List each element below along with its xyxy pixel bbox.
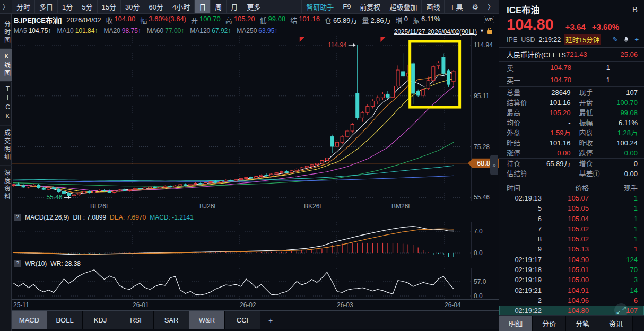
- ma-legend: MA5104.75↑MA10101.84↑MA2098.75↑MA6077.00…: [14, 27, 277, 34]
- symbol-label[interactable]: B.IPE[ICE布油]: [14, 15, 62, 25]
- quote-tab-明细[interactable]: 明细: [499, 316, 533, 331]
- svg-text:55.46: 55.46: [474, 194, 490, 201]
- toolbar-button-工具[interactable]: 工具: [444, 0, 467, 13]
- field-低: 低99.08: [260, 15, 286, 25]
- trade-row[interactable]: 02:19:19105.003: [499, 275, 644, 285]
- board-flag: B: [632, 5, 638, 14]
- timeframe-tab-月[interactable]: 月: [227, 0, 242, 13]
- toolbar-button-智研助手[interactable]: 智研助手: [301, 0, 338, 13]
- svg-text:0.0: 0.0: [474, 249, 483, 257]
- last-price: 104.80: [507, 16, 554, 33]
- indicator-tab-MACD[interactable]: MACD: [12, 311, 47, 329]
- candlestick-chart[interactable]: 114.9495.1175.2855.46114.9455.4668.82: [12, 36, 499, 201]
- toolbar-button-F9[interactable]: F9: [338, 0, 355, 13]
- quote-action-icons: ✎ +: [613, 36, 639, 43]
- trade-row[interactable]: 02:19:21104.9114: [499, 285, 644, 295]
- quote-statistics: 总量28649现手107结算价101.16开盘100.70最高105.20最低9…: [499, 87, 644, 180]
- contract-label-BK26E: BK26E: [304, 203, 324, 210]
- lock-icon[interactable]: [487, 30, 492, 34]
- panel-expander-button[interactable]: »: [490, 155, 498, 175]
- timeframe-tab-15分[interactable]: 15分: [98, 0, 121, 13]
- gear-icon[interactable]: ⚙: [467, 0, 483, 13]
- timeframe-tab-更多[interactable]: 更多: [242, 0, 265, 13]
- bid-row[interactable]: 买一 104.70 1 -1: [499, 74, 644, 86]
- trade-row[interactable]: 02:19:13105.071: [499, 193, 644, 203]
- help-icon[interactable]: ?: [14, 214, 21, 221]
- toolbar-button-画线[interactable]: 画线: [421, 0, 444, 13]
- help-icon[interactable]: ?: [14, 260, 21, 267]
- trade-row[interactable]: 6105.041: [499, 214, 644, 224]
- quote-tab-资讯[interactable]: 资讯: [599, 316, 633, 331]
- trade-date: 2026/04/02: [66, 16, 101, 24]
- trade-row[interactable]: 02:19:22104.80107↗↙: [499, 306, 644, 316]
- contract-label-BJ26E: BJ26E: [199, 203, 218, 210]
- collapse-panel-button[interactable]: 〉: [0, 0, 12, 13]
- date-label-26-04: 26-04: [445, 301, 461, 309]
- stat-row: 总量28649现手107: [499, 88, 644, 98]
- timeframe-tab-分时[interactable]: 分时: [12, 0, 35, 13]
- trade-row[interactable]: 9105.131: [499, 244, 644, 254]
- wp-window-icon[interactable]: WP: [484, 16, 495, 23]
- timeframe-tab-日[interactable]: 日: [195, 0, 211, 13]
- quote-meta-row: IPE USD 2:19:22 延时15分钟 ✎ +: [499, 34, 644, 48]
- timeframe-tab-多日[interactable]: 多日: [35, 0, 58, 13]
- trade-row[interactable]: 02:19:18105.0170: [499, 265, 644, 275]
- trade-row[interactable]: 7105.021: [499, 224, 644, 234]
- macd-macd-value: MACD: -1.2141: [150, 214, 194, 221]
- timeframe-tab-5分[interactable]: 5分: [77, 0, 97, 13]
- date-label-26-02: 26-02: [240, 301, 256, 309]
- sidebar-item-K线图[interactable]: K线图: [0, 49, 12, 82]
- timeframe-tab-周[interactable]: 周: [211, 0, 227, 13]
- field-振: 振6.11%: [413, 15, 440, 25]
- alert-bell-icon[interactable]: [623, 36, 630, 43]
- indicator-tab-RSI[interactable]: RSI: [118, 311, 154, 329]
- macd-params[interactable]: MACD(12,26,9): [25, 214, 69, 221]
- add-watchlist-icon[interactable]: +: [634, 36, 639, 43]
- ma-legend-MA20: MA2098.75↑: [103, 27, 141, 34]
- stat-row: 最高105.20最低99.08: [499, 108, 644, 118]
- edit-icon[interactable]: ✎: [613, 36, 619, 43]
- indicator-tab-SAR[interactable]: SAR: [154, 311, 189, 329]
- svg-text:0.0: 0.0: [474, 292, 483, 300]
- ma-legend-MA5: MA5104.75↑: [14, 27, 51, 34]
- macd-chart[interactable]: 7.00.0: [12, 222, 499, 258]
- sidebar-item-分时图[interactable]: 分时图: [0, 17, 12, 49]
- macd-dif-value: DIF: 7.0899: [73, 214, 106, 221]
- trade-row[interactable]: 5105.051: [499, 203, 644, 213]
- quote-tab-bar: 明细分价分笔资讯: [499, 315, 644, 331]
- chart-area: B.IPE[ICE布油] 2026/04/02 收104.80幅3.60%(3.…: [12, 14, 499, 331]
- wr-chart[interactable]: 57.00.0: [12, 268, 499, 300]
- toolbar-button-超级叠加[interactable]: 超级叠加: [385, 0, 421, 13]
- quote-tab-分笔[interactable]: 分笔: [566, 316, 599, 331]
- ma-legend-row: MA5104.75↑MA10101.84↑MA2098.75↑MA6077.00…: [12, 25, 499, 36]
- sidebar-item-TICK[interactable]: TICK: [0, 82, 12, 126]
- svg-text:114.94: 114.94: [328, 41, 347, 49]
- date-range[interactable]: 2025/11/27-2026/04/02(90日): [394, 27, 477, 36]
- quote-info-row: B.IPE[ICE布油] 2026/04/02 收104.80幅3.60%(3.…: [12, 14, 499, 25]
- field-仓: 仓65.89万: [325, 15, 358, 25]
- sidebar-item-深度资料[interactable]: 深度资料: [0, 166, 12, 205]
- trade-row[interactable]: 02:19:17104.90124: [499, 255, 644, 265]
- timeframe-tab-1分[interactable]: 1分: [58, 0, 77, 13]
- timeframe-tab-4小时[interactable]: 4小时: [168, 0, 195, 13]
- toolbar-more-chevron-icon[interactable]: 〉: [483, 0, 499, 13]
- indicator-tab-BOLL[interactable]: BOLL: [47, 311, 83, 329]
- x-axis-labels: 25-1126-0126-0226-0326-04: [12, 300, 499, 311]
- wr-params[interactable]: WR(10): [25, 260, 47, 267]
- ask-row[interactable]: 卖一 104.78 1: [499, 62, 644, 74]
- add-indicator-button[interactable]: +: [265, 315, 276, 326]
- toolbar-button-前复权[interactable]: 前复权: [355, 0, 385, 13]
- trade-row[interactable]: 8105.021: [499, 234, 644, 244]
- quote-tab-分价[interactable]: 分价: [533, 316, 566, 331]
- date-label-26-01: 26-01: [133, 301, 149, 309]
- timeframe-tab-60分[interactable]: 60分: [144, 0, 168, 13]
- caret-down-icon[interactable]: ▼: [480, 28, 484, 33]
- indicator-tab-W&R[interactable]: W&R: [189, 311, 225, 329]
- timeframe-tab-30分[interactable]: 30分: [121, 0, 144, 13]
- sidebar-item-成交明细[interactable]: 成交明细: [0, 126, 12, 166]
- indicator-tab-KDJ[interactable]: KDJ: [83, 311, 118, 329]
- indicator-tab-CCI[interactable]: CCI: [225, 311, 260, 329]
- price-change: +3.64: [565, 22, 586, 31]
- contract-label-row: BH26EBJ26EBK26EBM26E: [12, 201, 499, 212]
- stat-row: 均价-振幅6.11%: [499, 118, 644, 128]
